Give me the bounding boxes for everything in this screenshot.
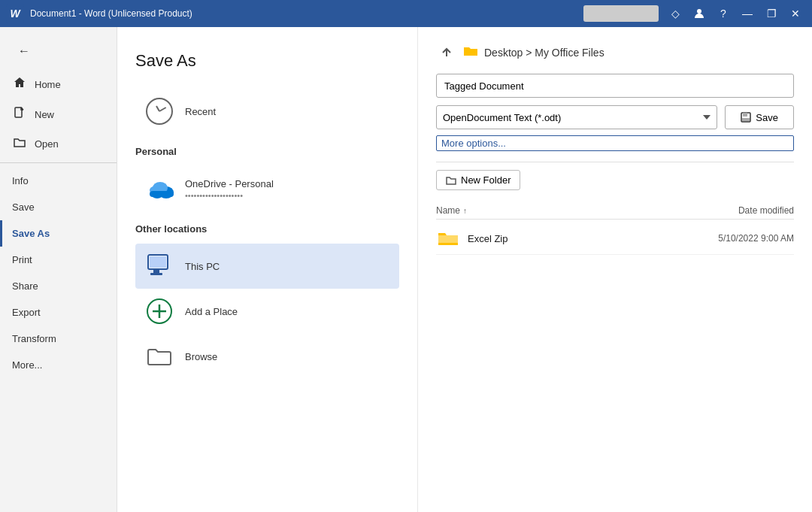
sidebar-item-save[interactable]: Save (0, 194, 117, 220)
add-place-label-text: Add a Place (185, 306, 238, 317)
breadcrumb-path: Desktop > My Office Files (484, 47, 604, 59)
nav-back-area: ← (0, 27, 117, 69)
content-area: Save As Recent Personal (117, 27, 812, 512)
svg-rect-10 (150, 256, 166, 268)
breadcrumb-up-button[interactable] (436, 42, 457, 63)
account-icon-btn[interactable] (689, 3, 710, 24)
home-icon (12, 77, 27, 92)
sidebar-home-label: Home (35, 79, 61, 90)
new-folder-row: New Folder (436, 170, 794, 190)
location-item-onedrive[interactable]: OneDrive - Personal •••••••••••••••••••• (135, 166, 399, 211)
title-bar-controls: ◇ ? — ❐ ✕ (665, 3, 806, 24)
location-item-this-pc[interactable]: This PC (135, 244, 399, 289)
window-title: Document1 - Word (Unlicensed Product) (30, 8, 583, 19)
sidebar-new-label: New (35, 109, 54, 120)
svg-rect-6 (150, 191, 174, 197)
recent-clock-icon (144, 96, 174, 126)
word-logo-icon: W (6, 5, 24, 23)
restore-btn[interactable]: ❐ (761, 3, 782, 24)
breadcrumb: Desktop > My Office Files (436, 42, 794, 63)
save-button-label: Save (756, 112, 778, 123)
app-body: ← Home New Open Info Save S (0, 27, 812, 512)
diamond-icon-btn[interactable]: ◇ (665, 3, 686, 24)
sidebar-item-export[interactable]: Export (0, 299, 117, 326)
other-locations-label: Other locations (135, 223, 399, 235)
file-list-header: Name ↑ Date modified (436, 202, 794, 220)
file-folder-icon (436, 230, 460, 247)
sidebar-item-home[interactable]: Home (0, 69, 117, 99)
user-area[interactable] (583, 5, 659, 22)
svg-rect-8 (153, 269, 159, 273)
minimize-btn[interactable]: — (737, 3, 758, 24)
location-item-browse[interactable]: Browse (135, 334, 399, 379)
new-folder-button[interactable]: New Folder (436, 170, 520, 190)
svg-rect-15 (743, 113, 747, 117)
sort-arrow-icon: ↑ (463, 207, 467, 215)
left-nav: ← Home New Open Info Save S (0, 27, 117, 512)
file-name-label: Excel Zip (468, 233, 659, 244)
column-name-header[interactable]: Name ↑ (436, 205, 659, 216)
save-button[interactable]: Save (725, 105, 794, 129)
svg-rect-9 (150, 273, 162, 275)
more-options-link[interactable]: More options... (436, 135, 794, 151)
table-row[interactable]: Excel Zip 5/10/2022 9:00 AM (436, 223, 794, 255)
onedrive-label-text: OneDrive - Personal •••••••••••••••••••• (185, 178, 274, 200)
recent-label-text: Recent (185, 106, 216, 117)
panel-title: Save As (135, 51, 399, 71)
svg-point-0 (697, 9, 701, 14)
sidebar-item-save-as[interactable]: Save As (0, 220, 117, 247)
new-folder-label: New Folder (461, 174, 511, 186)
panel-divider (436, 162, 794, 162)
help-icon-btn[interactable]: ? (713, 3, 734, 24)
open-folder-icon (12, 137, 27, 150)
sidebar-item-transform[interactable]: Transform (0, 326, 117, 352)
sidebar-item-open[interactable]: Open (0, 129, 117, 158)
word-w-logo: W (6, 5, 24, 23)
column-date-header[interactable]: Date modified (659, 205, 794, 216)
format-select[interactable]: Word Document (*.docx)Word 97-2003 Docum… (436, 105, 717, 129)
file-date-label: 5/10/2022 9:00 AM (659, 233, 794, 244)
location-item-add-place[interactable]: Add a Place (135, 289, 399, 334)
sidebar-item-share[interactable]: Share (0, 273, 117, 299)
back-button[interactable]: ← (12, 39, 36, 63)
filename-row (436, 74, 794, 98)
sidebar-open-label: Open (35, 138, 59, 150)
onedrive-icon (144, 174, 174, 204)
this-pc-icon (144, 251, 174, 281)
format-row: Word Document (*.docx)Word 97-2003 Docum… (436, 105, 794, 129)
sidebar-item-info[interactable]: Info (0, 168, 117, 194)
personal-section-label: Personal (135, 146, 399, 157)
title-bar: W Document1 - Word (Unlicensed Product) … (0, 0, 812, 27)
browse-label-text: Browse (185, 351, 217, 362)
breadcrumb-folder-icon (463, 45, 478, 61)
browse-folder-icon (144, 341, 174, 371)
filename-input[interactable] (436, 74, 794, 98)
locations-panel: Save As Recent Personal (117, 27, 418, 512)
this-pc-label-text: This PC (185, 261, 220, 272)
location-item-recent[interactable]: Recent (135, 89, 399, 134)
add-place-icon (144, 296, 174, 326)
svg-rect-16 (742, 118, 750, 121)
nav-divider (0, 162, 117, 163)
new-doc-icon (12, 107, 27, 122)
file-browser-panel: Desktop > My Office Files Word Document … (418, 27, 812, 512)
close-btn[interactable]: ✕ (785, 3, 806, 24)
sidebar-item-new[interactable]: New (0, 99, 117, 129)
sidebar-item-more[interactable]: More... (0, 352, 117, 378)
sidebar-item-print[interactable]: Print (0, 247, 117, 273)
